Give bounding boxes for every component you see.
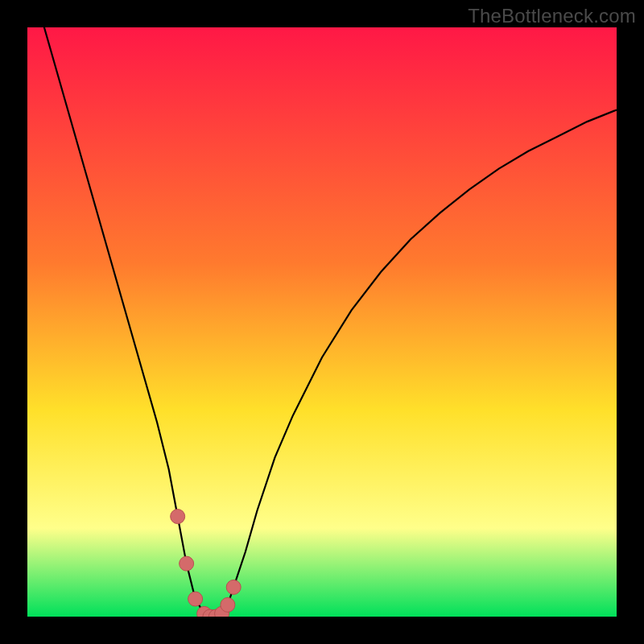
watermark-text: TheBottleneck.com xyxy=(468,5,636,27)
optimal-marker xyxy=(180,556,194,571)
chart-frame: TheBottleneck.com xyxy=(0,0,644,644)
optimal-marker xyxy=(188,592,203,606)
optimal-marker xyxy=(221,597,235,612)
plot-area xyxy=(27,27,617,617)
optimal-marker xyxy=(171,510,185,524)
chart-svg xyxy=(27,27,617,617)
gradient-bg xyxy=(27,27,617,617)
optimal-marker xyxy=(226,580,241,594)
